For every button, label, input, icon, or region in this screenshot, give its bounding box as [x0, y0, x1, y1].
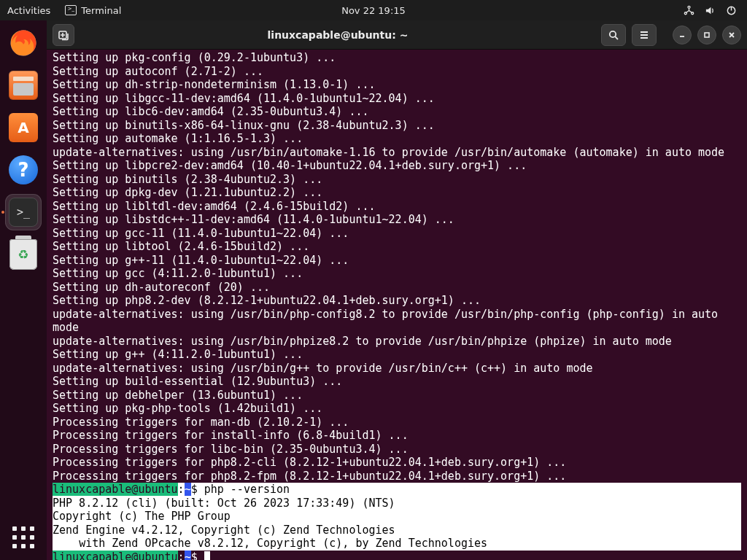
terminal-line: Setting up binutils-x86-64-linux-gnu (2.…	[53, 119, 741, 133]
close-button[interactable]	[722, 26, 741, 44]
terminal-line: Processing triggers for install-info (6.…	[53, 429, 741, 443]
prompt-suffix: $	[191, 551, 204, 561]
terminal-line: update-alternatives: using /usr/bin/auto…	[53, 146, 741, 160]
files-icon	[9, 71, 38, 100]
window-titlebar: linuxcapable@ubuntu: ~	[47, 20, 747, 50]
terminal-line: Setting up pkg-php-tools (1.42build1) ..…	[53, 402, 741, 416]
prompt-line[interactable]: linuxcapable@ubuntu:~$	[53, 551, 741, 561]
help-icon: ?	[9, 155, 38, 184]
terminal-line: Setting up pkg-config (0.29.2-1ubuntu3) …	[53, 51, 741, 65]
svg-rect-7	[705, 33, 709, 37]
terminal-line: Setting up libltdl-dev:amd64 (2.4.6-15bu…	[53, 200, 741, 214]
volume-icon[interactable]	[705, 5, 716, 16]
terminal-app-icon: >_	[9, 198, 38, 227]
prompt-suffix: $	[191, 483, 204, 496]
prompt-user: linuxcapable@ubuntu	[53, 483, 178, 496]
terminal-line: Setting up build-essential (12.9ubuntu3)…	[53, 375, 741, 389]
terminal-line: Zend Engine v4.2.12, Copyright (c) Zend …	[53, 524, 741, 537]
terminal-line: update-alternatives: using /usr/bin/php-…	[53, 308, 741, 335]
terminal-line: Setting up php8.2-dev (8.2.12-1+ubuntu22…	[53, 294, 741, 308]
window-title: linuxcapable@ubuntu: ~	[80, 29, 595, 41]
terminal-line: Setting up libtool (2.4.6-15build2) ...	[53, 240, 741, 254]
trash-icon	[9, 239, 37, 270]
terminal-line: Setting up libstdc++-11-dev:amd64 (11.4.…	[53, 213, 741, 227]
show-applications-button[interactable]	[11, 525, 36, 550]
clock[interactable]: Nov 22 19:15	[341, 5, 406, 16]
typed-command: php --version	[204, 483, 290, 496]
terminal-line: Processing triggers for php8.2-cli (8.2.…	[53, 456, 741, 470]
dock-firefox[interactable]	[5, 25, 42, 61]
search-button[interactable]	[601, 24, 626, 46]
terminal-line: update-alternatives: using /usr/bin/g++ …	[53, 362, 741, 376]
dock-files[interactable]	[5, 67, 42, 104]
terminal-line: Setting up dpkg-dev (1.21.1ubuntu2.2) ..…	[53, 186, 741, 200]
app-menu[interactable]: Terminal	[65, 5, 121, 16]
terminal-line: Setting up dh-strip-nondeterminism (1.13…	[53, 78, 741, 92]
network-icon[interactable]	[684, 5, 694, 16]
terminal-line: Setting up dh-autoreconf (20) ...	[53, 281, 741, 295]
dock-terminal[interactable]: >_	[5, 194, 42, 230]
new-tab-button[interactable]	[53, 24, 74, 46]
terminal-line: Setting up g++ (4:11.2.0-1ubuntu1) ...	[53, 348, 741, 362]
terminal-line: Setting up g++-11 (11.4.0-1ubuntu1~22.04…	[53, 254, 741, 268]
terminal-line: Setting up libc6-dev:amd64 (2.35-0ubuntu…	[53, 105, 741, 119]
dock-software[interactable]	[5, 109, 42, 146]
prompt-line: linuxcapable@ubuntu:~$ php --version	[53, 483, 741, 497]
terminal-line: Copyright (c) The PHP Group	[53, 510, 741, 524]
svg-point-0	[688, 6, 690, 8]
app-menu-label: Terminal	[81, 5, 121, 16]
maximize-button[interactable]	[697, 26, 716, 44]
terminal-line: Setting up autoconf (2.71-2) ...	[53, 65, 741, 79]
gnome-top-bar: Activities Terminal Nov 22 19:15	[0, 0, 747, 20]
prompt-path: ~	[185, 551, 191, 561]
firefox-icon	[8, 28, 39, 58]
terminal-line: Setting up binutils (2.38-4ubuntu2.3) ..…	[53, 173, 741, 187]
terminal-line: Setting up libgcc-11-dev:amd64 (11.4.0-1…	[53, 92, 741, 106]
hamburger-menu-button[interactable]	[632, 24, 657, 46]
software-icon	[9, 113, 38, 142]
dock-help[interactable]: ?	[5, 152, 42, 188]
minimize-button[interactable]	[673, 26, 692, 44]
terminal-line: Setting up automake (1:1.16.5-1.3) ...	[53, 132, 741, 146]
terminal-line: Processing triggers for man-db (2.10.2-1…	[53, 416, 741, 429]
terminal-viewport[interactable]: Setting up pkg-config (0.29.2-1ubuntu3) …	[47, 50, 747, 560]
dock: ? >_	[0, 20, 47, 560]
terminal-line: Setting up gcc-11 (11.4.0-1ubuntu1~22.04…	[53, 227, 741, 241]
terminal-line: with Zend OPcache v8.2.12, Copyright (c)…	[53, 537, 741, 551]
terminal-line: Setting up gcc (4:11.2.0-1ubuntu1) ...	[53, 267, 741, 281]
terminal-line: Setting up debhelper (13.6ubuntu1) ...	[53, 389, 741, 402]
svg-point-6	[610, 31, 616, 36]
prompt-sep: :	[178, 551, 185, 561]
running-indicator	[1, 211, 4, 214]
terminal-line: Processing triggers for php8.2-fpm (8.2.…	[53, 470, 741, 483]
terminal-line: Setting up libpcre2-dev:amd64 (10.40-1+u…	[53, 159, 741, 173]
terminal-line: Processing triggers for libc-bin (2.35-0…	[53, 443, 741, 456]
terminal-window: linuxcapable@ubuntu: ~ Setting up pkg-co…	[47, 20, 747, 560]
prompt-path: ~	[185, 483, 191, 496]
power-icon[interactable]	[726, 5, 737, 16]
activities-button[interactable]: Activities	[7, 5, 50, 16]
terminal-line: update-alternatives: using /usr/bin/phpi…	[53, 335, 741, 349]
selected-output-block: linuxcapable@ubuntu:~$ php --versionPHP …	[53, 483, 741, 551]
terminal-line: PHP 8.2.12 (cli) (built: Oct 26 2023 17:…	[53, 497, 741, 510]
dock-trash[interactable]	[5, 236, 42, 273]
cursor	[204, 551, 210, 561]
prompt-sep: :	[178, 483, 185, 496]
prompt-user: linuxcapable@ubuntu	[53, 551, 178, 561]
terminal-icon	[65, 5, 77, 15]
